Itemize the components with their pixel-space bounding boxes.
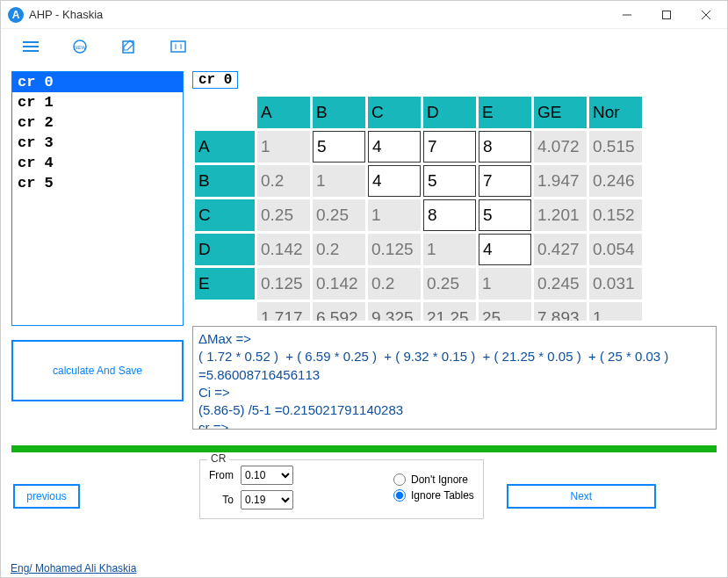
- matrix-col-header: GE: [534, 97, 587, 128]
- matrix-col-header: A: [257, 97, 310, 128]
- matrix-cell-readonly: 0.2: [368, 268, 421, 300]
- matrix-cell-input[interactable]: 7: [479, 165, 531, 197]
- svg-rect-1: [662, 11, 670, 18]
- matrix-cell-readonly: 0.054: [589, 234, 642, 265]
- new-icon[interactable]: NEW: [71, 38, 89, 55]
- matrix-row-header: B: [195, 165, 255, 197]
- matrix-cell-readonly: 0.152: [589, 199, 642, 231]
- cr-from-select[interactable]: 0.10: [241, 466, 293, 485]
- matrix-row-header: C: [195, 199, 255, 231]
- matrix-col-header: E: [479, 97, 531, 128]
- matrix-row-header: D: [195, 234, 255, 265]
- matrix-cell-readonly: 0.031: [589, 268, 642, 300]
- matrix-cell-readonly: 0.25: [257, 199, 310, 231]
- svg-text:NEW: NEW: [74, 45, 86, 50]
- cr-to-label: To: [209, 494, 234, 506]
- matrix-cell-input[interactable]: 8: [423, 199, 476, 231]
- matrix-cell-readonly: 1: [257, 131, 310, 163]
- radio-ignore-tables[interactable]: Ignore Tables: [393, 489, 474, 502]
- matrix-cell-readonly: 0.515: [589, 131, 642, 163]
- close-icon: [702, 11, 710, 19]
- matrix-cell-readonly: 1: [313, 165, 365, 197]
- current-criteria-label: cr 0: [192, 71, 238, 89]
- matrix-col-header: C: [368, 97, 421, 128]
- matrix-cell-readonly: 0.142: [257, 234, 310, 265]
- cr-to-select[interactable]: 0.19: [241, 490, 293, 509]
- matrix-sum-cell: 1: [589, 302, 642, 321]
- progress-bar: [11, 445, 717, 452]
- minimize-icon: [623, 11, 631, 19]
- titlebar: A AHP - Khaskia: [1, 1, 727, 29]
- matrix-cell-readonly: 0.125: [368, 234, 421, 265]
- calculate-save-button[interactable]: calculate And Save: [11, 340, 184, 401]
- matrix-sum-cell: 7.893: [534, 302, 587, 321]
- matrix-scroll[interactable]: ABCDEGENorA154784.0720.515B0.214571.9470…: [192, 94, 717, 321]
- toolbar: NEW: [1, 29, 727, 64]
- maximize-button[interactable]: [646, 2, 686, 28]
- footer-link[interactable]: Eng/ Mohamed Ali Khaskia: [11, 562, 136, 574]
- matrix-cell-readonly: 1: [368, 199, 421, 231]
- criteria-item[interactable]: cr 2: [12, 112, 183, 133]
- matrix-cell-readonly: 0.427: [534, 234, 587, 265]
- matrix-col-header: B: [313, 97, 365, 128]
- radio-dont-ignore[interactable]: Don't Ignore: [393, 473, 474, 486]
- menu-icon[interactable]: [22, 38, 40, 55]
- matrix-cell-readonly: 0.245: [534, 268, 587, 300]
- previous-button[interactable]: previous: [13, 484, 80, 509]
- matrix-cell-input[interactable]: 5: [479, 199, 531, 231]
- matrix-col-header: Nor: [589, 97, 642, 128]
- matrix-cell-readonly: 4.072: [534, 131, 587, 163]
- preview-icon[interactable]: [169, 38, 187, 55]
- cr-panel: CR From 0.10 To 0.19 Don't Ignore Ignore…: [199, 459, 484, 519]
- matrix-cell-input[interactable]: 5: [423, 165, 476, 197]
- matrix-cell-readonly: 1: [479, 268, 531, 300]
- matrix-row-header: E: [195, 268, 255, 300]
- window-title: AHP - Khaskia: [29, 8, 103, 21]
- matrix-sum-cell: 1.717: [257, 302, 310, 321]
- comparison-matrix: ABCDEGENorA154784.0720.515B0.214571.9470…: [192, 94, 645, 321]
- next-button[interactable]: Next: [507, 484, 656, 509]
- matrix-cell-readonly: 1: [423, 234, 476, 265]
- matrix-cell-input[interactable]: 4: [479, 234, 531, 265]
- matrix-sum-cell: 9.325: [368, 302, 421, 321]
- cr-from-label: From: [209, 469, 234, 481]
- matrix-cell-readonly: 1.947: [534, 165, 587, 197]
- matrix-cell-readonly: 0.142: [313, 268, 365, 300]
- matrix-cell-input[interactable]: 4: [368, 131, 421, 163]
- cr-legend: CR: [207, 452, 229, 465]
- matrix-cell-readonly: 0.2: [257, 165, 310, 197]
- svg-rect-10: [171, 41, 185, 52]
- matrix-cell-input[interactable]: 8: [479, 131, 531, 163]
- criteria-item[interactable]: cr 1: [12, 92, 183, 112]
- matrix-cell-input[interactable]: 4: [368, 165, 421, 197]
- edit-icon[interactable]: [120, 38, 138, 55]
- minimize-button[interactable]: [607, 2, 646, 28]
- matrix-cell-readonly: 0.25: [313, 199, 365, 231]
- matrix-cell-readonly: 0.246: [589, 165, 642, 197]
- matrix-cell-readonly: 0.25: [423, 268, 476, 300]
- matrix-container: ABCDEGENorA154784.0720.515B0.214571.9470…: [192, 94, 717, 321]
- close-button[interactable]: [686, 2, 725, 28]
- maximize-icon: [662, 11, 671, 19]
- app-icon: A: [8, 7, 24, 23]
- matrix-cell-input[interactable]: 7: [423, 131, 476, 163]
- matrix-col-header: D: [423, 97, 476, 128]
- matrix-sum-cell: 25: [479, 302, 531, 321]
- matrix-row-header: A: [195, 131, 255, 163]
- window-controls: [607, 2, 725, 28]
- criteria-item[interactable]: cr 3: [12, 133, 183, 153]
- matrix-sum-cell: 21.25: [423, 302, 476, 321]
- matrix-cell-input[interactable]: 5: [313, 131, 365, 163]
- matrix-cell-readonly: 0.125: [257, 268, 310, 300]
- criteria-item[interactable]: cr 0: [12, 72, 183, 92]
- criteria-item[interactable]: cr 5: [12, 173, 183, 193]
- matrix-cell-readonly: 1.201: [534, 199, 587, 231]
- matrix-cell-readonly: 0.2: [313, 234, 365, 265]
- matrix-sum-cell: 6.592: [313, 302, 365, 321]
- criteria-list[interactable]: cr 0cr 1cr 2cr 3cr 4cr 5: [11, 71, 184, 326]
- calculation-output[interactable]: ΔMax => ( 1.72 * 0.52 ) + ( 6.59 * 0.25 …: [192, 326, 717, 430]
- criteria-item[interactable]: cr 4: [12, 153, 183, 173]
